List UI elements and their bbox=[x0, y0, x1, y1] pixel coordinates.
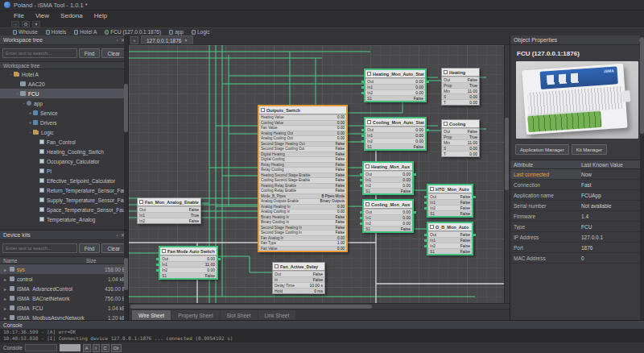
menu-view[interactable]: View bbox=[30, 12, 55, 19]
kits-search-input[interactable] bbox=[2, 243, 77, 253]
block-cooling-mon-auto-stat[interactable]: Cooling_Mon_Auto_StatOut0.00In10.00In20.… bbox=[364, 117, 427, 151]
attribute-row-application-name[interactable]: Application nameFCUApp bbox=[510, 190, 644, 201]
attribute-value: 1.4 bbox=[581, 214, 644, 219]
expander-icon[interactable]: ▸ bbox=[2, 305, 8, 311]
kits-col-name[interactable]: Name bbox=[3, 258, 86, 264]
block-header: Fan_Mon_Analog_Enable bbox=[138, 198, 200, 206]
console-input-selection[interactable] bbox=[60, 344, 80, 351]
block-heating[interactable]: HeatingOutFalsePropTrueMin11.00S0.00T0.0… bbox=[441, 68, 480, 106]
run-arrow-icon[interactable]: → bbox=[11, 21, 19, 27]
tree-item-app[interactable]: -app bbox=[0, 98, 128, 108]
tree-item-occupancy-calculator[interactable]: Occupancy_Calculator bbox=[0, 156, 128, 166]
tree-item-pi[interactable]: PI bbox=[0, 166, 128, 176]
wire-sheet-canvas[interactable]: Outputs_SwitchHeating Value0.00Cooling V… bbox=[129, 45, 504, 303]
sheet-tab-link-sheet[interactable]: Link Sheet bbox=[258, 310, 296, 320]
tab-app[interactable]: app bbox=[166, 28, 187, 35]
tree-item-hotel-a[interactable]: -Hotel A bbox=[0, 69, 128, 79]
console-command-input[interactable] bbox=[25, 344, 57, 351]
pin-icon[interactable]: ▫ bbox=[117, 233, 118, 238]
expander-icon[interactable]: ▸ bbox=[2, 286, 8, 292]
tree-item-supply-temperature-sensor-fault[interactable]: Supply_Temperature_Sensor_Fault bbox=[0, 195, 128, 205]
kit-row-isma-advancedcontrol[interactable]: ▸iSMA_AdvancedControl436.00 B bbox=[0, 284, 128, 293]
dropdown-caret-icon[interactable]: ▾ bbox=[32, 21, 40, 27]
tab-logic[interactable]: Logic bbox=[188, 28, 213, 35]
block-heating-mon-auto-stat[interactable]: Heating_Mon_Auto_StatOut0.00In10.00In20.… bbox=[364, 69, 427, 102]
block-outputs-switch[interactable]: Outputs_SwitchHeating Value0.00Cooling V… bbox=[258, 105, 348, 252]
tree-item-return-temperature-sensor-fault[interactable]: Return_Temperature_Sensor_Fault bbox=[0, 185, 128, 195]
kits-col-size[interactable]: Size bbox=[86, 258, 125, 264]
attribute-row-firmware[interactable]: Firmware1.4 bbox=[510, 211, 644, 222]
kits-find-button[interactable]: Find bbox=[79, 243, 101, 253]
block-fan-mode-auto-switch[interactable]: Fan Mode Auto SwitchOut0.00In111.00In20.… bbox=[159, 246, 218, 280]
collapse-sidebar-button[interactable]: « bbox=[130, 36, 138, 44]
props-scrollbar[interactable] bbox=[640, 35, 644, 320]
console-button-a[interactable]: A bbox=[83, 344, 91, 352]
tree-item-service[interactable]: +Service bbox=[0, 108, 128, 118]
expander-icon[interactable]: + bbox=[27, 110, 33, 115]
attribute-row-port[interactable]: Port1876 bbox=[510, 243, 644, 253]
tree-item-space-temperature-sensor-fault[interactable]: Space_Temperature_Sensor_Fault bbox=[0, 205, 128, 214]
tree-item-fcu[interactable]: -FCU bbox=[0, 89, 128, 98]
menu-sedona[interactable]: Sedona bbox=[55, 12, 89, 19]
tree-search-input[interactable] bbox=[2, 48, 77, 58]
expander-icon[interactable]: + bbox=[27, 120, 33, 125]
attribute-row-type[interactable]: TypeFCU bbox=[510, 222, 644, 232]
device-kits-header: Device kits ▫ ✕ bbox=[0, 230, 128, 240]
menu-help[interactable]: Help bbox=[89, 12, 113, 19]
canvas-vertical-scrollbar[interactable] bbox=[504, 45, 510, 303]
attribute-row-ip-address[interactable]: IP Address127.0.0.1 bbox=[510, 232, 644, 243]
attribute-row-serial-number[interactable]: Serial numberNot available bbox=[510, 201, 644, 211]
expander-icon[interactable]: - bbox=[14, 91, 20, 96]
menu-file[interactable]: File bbox=[8, 12, 30, 19]
tree-item-effective-setpoint-calculator[interactable]: Effective_Setpoint_Calculator bbox=[0, 176, 128, 185]
settings-gear-icon[interactable]: ⚙ bbox=[22, 21, 30, 27]
application-manager-button[interactable]: Application Manager bbox=[515, 144, 569, 155]
block-fan-active-delay[interactable]: Fan_Active_DelayOutFalseInFalseDelay Tim… bbox=[272, 262, 325, 294]
block-o-b-mon-auto[interactable]: O_B_Mon_AutoOutFalseIn1FalseIn2FalseS1Fa… bbox=[427, 222, 473, 255]
tab-whouse[interactable]: Whouse bbox=[10, 28, 41, 35]
tree-item-temperature-analog[interactable]: Temperature_Analog bbox=[0, 214, 128, 224]
tree-item-fan-control[interactable]: Fan_Control bbox=[0, 137, 128, 147]
block-heating-mon-aux[interactable]: Heating_Mon_AuxOut0.00In10.00In20.00S1Fa… bbox=[362, 161, 414, 195]
tree-scrollbar[interactable] bbox=[124, 35, 128, 230]
kit-row-sys[interactable]: ▸sys158.00 B bbox=[0, 264, 128, 274]
block-cooling[interactable]: CoolingOutFalsePropTrueMin11.00S0.00T0.0… bbox=[441, 119, 480, 157]
device-address-tab[interactable]: 127.0.0.1:1876 ▼ bbox=[141, 35, 193, 44]
expander-icon[interactable]: - bbox=[21, 101, 27, 106]
tab-hotels[interactable]: Hotels bbox=[43, 28, 69, 35]
tree-item-logic[interactable]: -Logic bbox=[0, 127, 128, 137]
expander-icon[interactable]: ▸ bbox=[2, 276, 8, 282]
expander-icon[interactable]: - bbox=[27, 130, 33, 135]
sheet-tab-wire-sheet[interactable]: Wire Sheet bbox=[132, 310, 171, 320]
tree-find-button[interactable]: Find bbox=[79, 48, 101, 58]
tab-fcu-127-0-0-1-1876[interactable]: FCU (127.0.0.1:1876) bbox=[101, 28, 164, 35]
tree-item-heating-cooling-switch[interactable]: Heating_Cooling_Switch bbox=[0, 147, 128, 156]
kit-row-isma-fcu[interactable]: ▸iSMA_FCU1.04 kB bbox=[0, 303, 128, 313]
sheet-tab-slot-sheet[interactable]: Slot Sheet bbox=[221, 310, 258, 320]
tree-clear-button[interactable]: Clear bbox=[101, 48, 126, 58]
kit-row-control[interactable]: ▸control1.04 kB bbox=[0, 274, 128, 284]
expander-icon[interactable]: ▸ bbox=[2, 296, 8, 301]
kit-row-isma-bacnetnetwork[interactable]: ▸iSMA_BACnetNetwork756.00 B bbox=[0, 293, 128, 303]
tree-item-aac20[interactable]: AAC20 bbox=[0, 79, 128, 89]
console-button-i[interactable]: I bbox=[93, 344, 100, 352]
block-fan-mon-analog-enable[interactable]: Fan_Mon_Analog_EnableOutFalseIn1TrueIn2F… bbox=[137, 197, 201, 224]
console-button-c[interactable]: C bbox=[101, 344, 109, 352]
block-cooling-mon-aux[interactable]: Cooling_Mon_AuxOut0.00In10.00In20.00S1Fa… bbox=[362, 199, 414, 233]
kits-scrollbar[interactable] bbox=[124, 230, 128, 320]
tree-item-drivers[interactable]: +Drivers bbox=[0, 118, 128, 127]
attribute-row-last-connected[interactable]: Last connectedNow bbox=[510, 169, 644, 180]
expander-icon[interactable]: - bbox=[8, 72, 14, 77]
slot-label: Out bbox=[139, 207, 146, 212]
attribute-row-mac-address[interactable]: MAC Address0 bbox=[510, 253, 644, 264]
kits-clear-button[interactable]: Clear bbox=[101, 243, 126, 253]
expander-icon[interactable]: ▸ bbox=[2, 267, 8, 272]
sheet-tab-property-sheet[interactable]: Property Sheet bbox=[171, 310, 219, 320]
tab-hotel-a[interactable]: Hotel A bbox=[71, 28, 100, 35]
kit-manager-button[interactable]: Kit Manager bbox=[572, 144, 607, 155]
pin-icon[interactable]: ▫ bbox=[117, 38, 118, 43]
canvas-horizontal-scrollbar[interactable] bbox=[129, 303, 510, 309]
attribute-row-connection[interactable]: ConnectionFast bbox=[510, 180, 644, 190]
console-button-clr[interactable]: Clr bbox=[111, 344, 122, 352]
block-htg-mon-auto[interactable]: HTG_Mon_AutoOutFalseIn1FalseIn2FalseS1Fa… bbox=[427, 184, 473, 218]
